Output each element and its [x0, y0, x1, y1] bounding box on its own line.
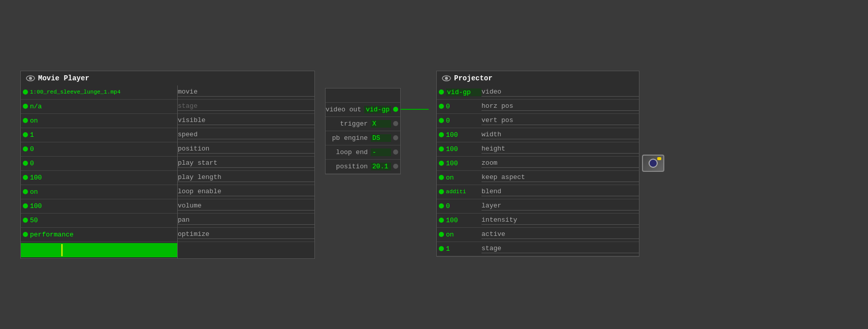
proj-lbl-vert-pos: vert pos — [481, 116, 639, 125]
val-position: 0 — [30, 145, 91, 153]
proj-val-height: 100 — [446, 145, 481, 153]
proj-lbl-keep-aspect: keep aspect — [481, 173, 639, 182]
eye-icon — [26, 75, 35, 81]
progress-cursor — [61, 244, 62, 256]
proj-dot-zoom — [439, 161, 444, 166]
proj-val-video: vid-gp — [446, 88, 481, 96]
val-volume: 100 — [30, 202, 91, 210]
camera-light — [657, 157, 661, 160]
projector-header: Projector — [437, 71, 639, 85]
movie-row-play-length[interactable]: 100 — [21, 171, 177, 185]
connector-row-pb-engine[interactable]: pb engine DS — [326, 131, 400, 145]
movie-row-visible[interactable]: on — [21, 114, 177, 128]
val-pan: 50 — [30, 217, 91, 224]
dot-optimize — [23, 232, 28, 237]
label-volume: volume — [178, 199, 314, 214]
lbl-stage: stage — [178, 102, 314, 111]
label-visible: visible — [178, 114, 314, 128]
progress-bar[interactable] — [21, 243, 177, 257]
proj-row-horz-pos[interactable]: 0 horz pos — [437, 100, 639, 114]
movie-row-speed[interactable]: 1 — [21, 128, 177, 142]
dot-loop-end — [393, 149, 398, 155]
lbl-visible: visible — [178, 116, 314, 125]
movie-player-header: Movie Player — [21, 71, 314, 85]
lbl-movie: movie — [178, 88, 314, 97]
dot-position-mid — [393, 164, 398, 169]
val-stage: n/a — [30, 103, 91, 110]
movie-row-position[interactable]: 0 — [21, 142, 177, 157]
lbl-optimize: optimize — [178, 230, 314, 239]
movie-row-stage[interactable]: n/a — [21, 100, 177, 114]
proj-dot-horz-pos — [439, 104, 444, 109]
dot-pb-engine — [393, 135, 398, 140]
projector-panel: Projector vid-gp video 0 horz pos 0 vert… — [436, 71, 639, 257]
val-pb-engine: DS — [371, 134, 391, 142]
proj-row-vert-pos[interactable]: 0 vert pos — [437, 114, 639, 128]
proj-row-stage[interactable]: 1 stage — [437, 242, 639, 256]
lbl-play-start: play start — [178, 159, 314, 168]
svg-point-4 — [445, 77, 448, 80]
proj-lbl-active: active — [481, 230, 639, 239]
proj-lbl-video: video — [481, 88, 639, 97]
proj-lbl-zoom: zoom — [481, 159, 639, 168]
proj-val-layer: 0 — [446, 202, 481, 210]
dot-loop-enable — [23, 189, 28, 194]
label-loop-enable: loop enable — [178, 185, 314, 199]
proj-dot-height — [439, 146, 444, 152]
lbl-video-out: video out — [326, 106, 364, 113]
lbl-pb-engine: pb engine — [332, 134, 371, 142]
connector-row-loop-end[interactable]: loop end - — [326, 145, 400, 160]
proj-lbl-horz-pos: horz pos — [481, 102, 639, 111]
connector-row-trigger[interactable]: trigger X — [326, 117, 400, 131]
label-movie: movie — [178, 85, 314, 100]
dot-pan — [23, 218, 28, 223]
dot-trigger — [393, 121, 398, 126]
proj-row-keep-aspect[interactable]: on keep aspect — [437, 171, 639, 185]
label-position-left: position — [178, 142, 314, 157]
proj-row-height[interactable]: 100 height — [437, 142, 639, 157]
movie-player-rows: 1:00_red_sleeve_lunge_1.mp4 n/a on 1 — [21, 85, 314, 258]
connector-row-position-mid[interactable]: position 20.1 — [326, 160, 400, 174]
proj-row-blend[interactable]: additi blend — [437, 185, 639, 199]
proj-lbl-blend: blend — [481, 188, 639, 196]
val-loop-end: - — [371, 148, 391, 156]
movie-row-volume[interactable]: 100 — [21, 199, 177, 214]
val-play-length: 100 — [30, 174, 91, 182]
movie-row-optimize[interactable]: performance — [21, 228, 177, 242]
proj-val-width: 100 — [446, 131, 481, 139]
proj-row-layer[interactable]: 0 layer — [437, 199, 639, 214]
dot-play-length — [23, 175, 28, 180]
movie-row-pan[interactable]: 50 — [21, 214, 177, 228]
proj-val-intensity: 100 — [446, 217, 481, 224]
main-container: Movie Player 1:00_red_sleeve_lunge_1.mp4… — [0, 61, 868, 269]
projector-eye-icon — [442, 75, 451, 81]
proj-row-active[interactable]: on active — [437, 228, 639, 242]
projector-title: Projector — [454, 74, 493, 82]
proj-val-blend: additi — [446, 189, 481, 195]
val-video-out: vid-gp — [364, 106, 391, 113]
proj-val-active: on — [446, 231, 481, 238]
lbl-loop-end: loop end — [336, 148, 371, 156]
movie-row-movie[interactable]: 1:00_red_sleeve_lunge_1.mp4 — [21, 85, 177, 100]
proj-row-width[interactable]: 100 width — [437, 128, 639, 142]
lbl-trigger: trigger — [340, 120, 371, 128]
movie-row-play-start[interactable]: 0 — [21, 157, 177, 171]
svg-point-1 — [29, 77, 32, 80]
connection-line — [401, 102, 431, 133]
dot-visible — [23, 118, 28, 123]
proj-row-video[interactable]: vid-gp video — [437, 85, 639, 100]
label-stage: stage — [178, 100, 314, 114]
proj-row-intensity[interactable]: 100 intensity — [437, 214, 639, 228]
dot-video-out — [393, 107, 398, 112]
label-pan: pan — [178, 214, 314, 228]
val-optimize: performance — [30, 231, 91, 238]
proj-lbl-height: height — [481, 145, 639, 154]
dot-volume — [23, 203, 28, 208]
connector-row-video-out[interactable]: video out vid-gp — [326, 103, 400, 117]
proj-row-zoom[interactable]: 100 zoom — [437, 157, 639, 171]
movie-left-col: 1:00_red_sleeve_lunge_1.mp4 n/a on 1 — [21, 85, 178, 258]
camera-icon — [642, 155, 664, 172]
movie-right-col: movie stage visible speed position play … — [178, 85, 314, 258]
proj-val-horz-pos: 0 — [446, 103, 481, 110]
movie-row-loop-enable[interactable]: on — [21, 185, 177, 199]
